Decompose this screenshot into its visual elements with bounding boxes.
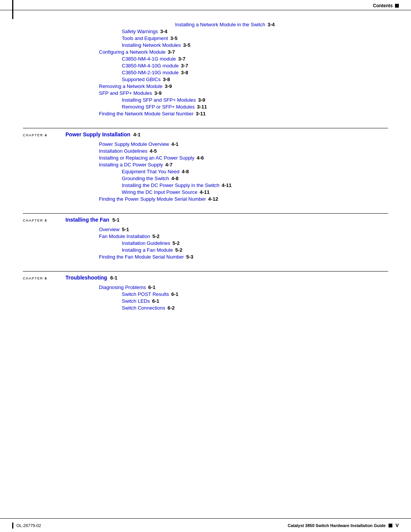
toc-link[interactable]: Configuring a Network Module: [99, 49, 166, 55]
toc-page: 5-3: [186, 254, 193, 260]
toc-page: 6-2: [167, 305, 175, 311]
chapter-4-title[interactable]: Power Supply Installation: [65, 131, 130, 137]
toc-link[interactable]: Installation Guidelines: [122, 240, 170, 246]
toc-row: Equipment That You Need 4-8: [23, 169, 388, 174]
chapter-label-6: CHAPTER 6: [23, 276, 61, 280]
footer-right: Catalyst 3850 Switch Hardware Installati…: [288, 522, 399, 528]
toc-link[interactable]: Installation Guidelines: [99, 148, 147, 154]
toc-row: Supported GBICs 3-8: [23, 77, 388, 82]
toc-link[interactable]: Supported GBICs: [122, 77, 161, 82]
toc-page: 3-7: [178, 56, 185, 62]
toc-link[interactable]: SFP and SFP+ Modules: [99, 90, 152, 96]
toc-page: 3-9: [198, 97, 206, 103]
chapter-label-4: CHAPTER 4: [23, 133, 61, 137]
chapter-5-title[interactable]: Installing the Fan: [65, 217, 109, 223]
left-bar-decoration: [12, 0, 13, 19]
toc-row: Wiring the DC Input Power Source 4-11: [23, 189, 388, 195]
top-bar-right: Contents: [373, 3, 399, 8]
toc-link[interactable]: Safety Warnings: [122, 29, 158, 34]
chapter-4-section: CHAPTER 4 Power Supply Installation 4-1 …: [23, 128, 388, 202]
toc-link[interactable]: Installing the DC Power Supply in the Sw…: [122, 182, 220, 188]
toc-link[interactable]: Installing or Replacing an AC Power Supp…: [99, 155, 194, 161]
toc-link[interactable]: Tools and Equipment: [122, 35, 168, 41]
toc-row: Switch Connections 6-2: [23, 305, 388, 311]
toc-link[interactable]: C3850-NM-4-1G module: [122, 56, 176, 62]
toc-row: Tools and Equipment 3-5: [23, 35, 388, 41]
toc-link[interactable]: Installing a Network Module in the Switc…: [175, 22, 265, 27]
toc-page: 3-8: [163, 77, 170, 82]
toc-link[interactable]: Installing a DC Power Supply: [99, 162, 163, 168]
toc-row: C3850-NM-2-10G module 3-8: [23, 70, 388, 75]
toc-row: Installation Guidelines 5-2: [23, 240, 388, 246]
doc-number: OL-26779-02: [16, 523, 41, 528]
toc-link[interactable]: Equipment That You Need: [122, 169, 180, 174]
page-number: V: [395, 522, 399, 528]
toc-row: Installing a Network Module in the Switc…: [23, 22, 388, 27]
toc-link[interactable]: Switch POST Results: [122, 291, 169, 297]
toc-page: 3-7: [168, 49, 175, 55]
chapter-6-title[interactable]: Troubleshooting: [65, 275, 107, 281]
toc-link[interactable]: Installing Network Modules: [122, 42, 181, 48]
toc-row: Installing a Fan Module 5-2: [23, 247, 388, 253]
toc-link[interactable]: Finding the Power Supply Module Serial N…: [99, 196, 206, 202]
chapter-3-section: Installing a Network Module in the Switc…: [23, 22, 388, 117]
toc-page: 3-9: [165, 83, 172, 89]
toc-link[interactable]: Removing SFP or SFP+ Modules: [122, 104, 195, 110]
toc-row: Installing the DC Power Supply in the Sw…: [23, 182, 388, 188]
toc-row: Finding the Network Module Serial Number…: [23, 111, 388, 117]
toc-page: 3-5: [170, 35, 177, 41]
toc-row: Power Supply Module Overview 4-1: [23, 141, 388, 147]
toc-link[interactable]: Switch Connections: [122, 305, 165, 311]
top-bar: Contents: [0, 0, 411, 10]
toc-page: 5-2: [175, 247, 182, 253]
toc-link[interactable]: Installing a Fan Module: [122, 247, 173, 253]
toc-link[interactable]: Finding the Network Module Serial Number: [99, 111, 194, 117]
toc-row: Fan Module Installation 5-2: [23, 233, 388, 239]
chapter-5-page: 5-1: [112, 217, 119, 223]
toc-page: 5-2: [172, 240, 180, 246]
toc-link[interactable]: Switch LEDs: [122, 298, 150, 304]
toc-link[interactable]: Removing a Network Module: [99, 83, 162, 89]
toc-page: 3-4: [268, 22, 275, 27]
toc-row: Installing a DC Power Supply 4-7: [23, 162, 388, 168]
toc-page: 3-5: [183, 42, 190, 48]
toc-row: Removing SFP or SFP+ Modules 3-11: [23, 104, 388, 110]
toc-page: 6-1: [148, 284, 156, 290]
toc-row: Installation Guidelines 4-5: [23, 148, 388, 154]
toc-link[interactable]: Fan Module Installation: [99, 233, 150, 239]
toc-page: 6-1: [171, 291, 178, 297]
toc-link[interactable]: Diagnosing Problems: [99, 284, 146, 290]
toc-page: 3-11: [196, 111, 206, 117]
chapter-6-page: 6-1: [110, 275, 118, 281]
toc-link[interactable]: Wiring the DC Input Power Source: [122, 189, 198, 195]
toc-link[interactable]: Overview: [99, 227, 119, 232]
toc-link[interactable]: Finding the Fan Module Serial Number: [99, 254, 184, 260]
toc-link[interactable]: C3850-NM-4-10G module: [122, 63, 179, 69]
toc-link[interactable]: Grounding the Switch: [122, 176, 169, 181]
footer-square-icon: [389, 524, 392, 527]
toc-row: Installing SFP and SFP+ Modules 3-9: [23, 97, 388, 103]
toc-link[interactable]: C3850-NM-2-10G module: [122, 70, 179, 75]
toc-row: Safety Warnings 3-4: [23, 29, 388, 34]
toc-page: 4-11: [222, 182, 232, 188]
toc-row: C3850-NM-4-1G module 3-7: [23, 56, 388, 62]
contents-label: Contents: [373, 3, 393, 8]
header-square-icon: [395, 4, 399, 8]
toc-row: C3850-NM-4-10G module 3-7: [23, 63, 388, 69]
toc-link[interactable]: Installing SFP and SFP+ Modules: [122, 97, 196, 103]
toc-row: Removing a Network Module 3-9: [23, 83, 388, 89]
chapter-6-section: CHAPTER 6 Troubleshooting 6-1 Diagnosing…: [23, 271, 388, 311]
toc-row: Installing or Replacing an AC Power Supp…: [23, 155, 388, 161]
chapter-4-page: 4-1: [133, 132, 140, 137]
toc-row: Configuring a Network Module 3-7: [23, 49, 388, 55]
toc-page: 4-8: [171, 176, 178, 181]
toc-page: 3-4: [160, 29, 167, 34]
toc-page: 4-8: [182, 169, 189, 174]
toc-page: 4-12: [208, 196, 218, 202]
toc-row: Installing Network Modules 3-5: [23, 42, 388, 48]
footer-left-decoration: [12, 522, 13, 529]
toc-page: 3-8: [181, 70, 188, 75]
toc-page: 3-7: [181, 63, 188, 69]
toc-row: Finding the Power Supply Module Serial N…: [23, 196, 388, 202]
toc-link[interactable]: Power Supply Module Overview: [99, 141, 169, 147]
